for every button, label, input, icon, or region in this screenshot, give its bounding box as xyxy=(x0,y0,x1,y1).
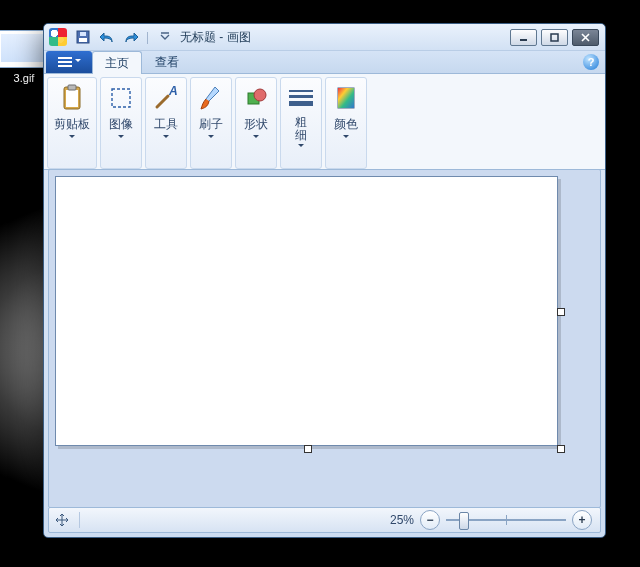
cursor-position-icon xyxy=(51,509,73,531)
svg-rect-12 xyxy=(289,90,313,92)
svg-rect-2 xyxy=(80,32,86,36)
canvas-area xyxy=(48,169,601,508)
chevron-down-icon xyxy=(343,135,349,141)
brush-icon xyxy=(197,84,225,112)
save-button[interactable] xyxy=(72,27,94,47)
svg-rect-1 xyxy=(79,38,87,42)
chevron-down-icon xyxy=(298,144,304,150)
canvas-viewport[interactable] xyxy=(49,170,600,507)
chevron-down-icon xyxy=(75,59,81,65)
slider-tick xyxy=(506,515,507,525)
window-title: 无标题 - 画图 xyxy=(176,29,510,46)
canvas[interactable] xyxy=(55,176,558,446)
group-brushes-label: 刷子 xyxy=(199,116,223,133)
svg-rect-6 xyxy=(66,90,78,107)
help-icon[interactable]: ? xyxy=(583,54,599,70)
group-colors-label: 颜色 xyxy=(334,116,358,133)
group-tools[interactable]: A 工具 xyxy=(145,77,187,169)
thickness-icon xyxy=(287,84,315,112)
tab-home-label: 主页 xyxy=(105,55,129,72)
group-tools-label: 工具 xyxy=(154,116,178,133)
titlebar[interactable]: │ 无标题 - 画图 xyxy=(44,24,605,51)
svg-rect-7 xyxy=(68,85,76,90)
group-clipboard[interactable]: 剪贴板 xyxy=(47,77,97,169)
svg-rect-3 xyxy=(520,39,527,41)
tab-home[interactable]: 主页 xyxy=(92,51,142,74)
close-button[interactable] xyxy=(572,29,599,46)
resize-handle-corner[interactable] xyxy=(557,445,565,453)
svg-point-11 xyxy=(254,89,266,101)
colors-icon xyxy=(332,84,360,112)
chevron-down-icon xyxy=(118,135,124,141)
paint-window: │ 无标题 - 画图 主页 查看 ? xyxy=(43,23,606,538)
zoom-label: 25% xyxy=(390,513,414,527)
group-thickness-label: 粗细 xyxy=(295,116,307,142)
chevron-down-icon xyxy=(253,135,259,141)
group-image-label: 图像 xyxy=(109,116,133,133)
zoom-controls: 25% − + xyxy=(390,510,592,530)
tools-icon: A xyxy=(152,84,180,112)
zoom-in-button[interactable]: + xyxy=(572,510,592,530)
svg-rect-13 xyxy=(289,95,313,98)
undo-button[interactable] xyxy=(96,27,118,47)
resize-handle-bottom[interactable] xyxy=(304,445,312,453)
group-clipboard-label: 剪贴板 xyxy=(54,116,90,133)
qat-separator: │ xyxy=(144,32,152,43)
qat-customize-button[interactable] xyxy=(154,27,176,47)
group-shapes-label: 形状 xyxy=(244,116,268,133)
ribbon: 剪贴板 图像 A 工具 刷子 xyxy=(44,74,605,170)
paint-app-icon xyxy=(49,28,67,46)
statusbar-separator xyxy=(79,512,80,528)
ribbon-tabs: 主页 查看 ? xyxy=(44,51,605,74)
maximize-button[interactable] xyxy=(541,29,568,46)
svg-rect-4 xyxy=(551,34,558,41)
clipboard-icon xyxy=(58,84,86,112)
statusbar: 25% − + xyxy=(48,507,601,533)
window-controls xyxy=(510,29,599,46)
svg-text:A: A xyxy=(168,85,178,98)
minimize-button[interactable] xyxy=(510,29,537,46)
svg-rect-14 xyxy=(289,101,313,106)
tab-view-label: 查看 xyxy=(155,54,179,71)
zoom-out-button[interactable]: − xyxy=(420,510,440,530)
svg-rect-16 xyxy=(338,88,354,108)
tab-view[interactable]: 查看 xyxy=(142,50,192,73)
selection-icon xyxy=(107,84,135,112)
desktop: 3.gif │ 无标题 - 画图 xyxy=(0,0,640,567)
resize-handle-right[interactable] xyxy=(557,308,565,316)
redo-button[interactable] xyxy=(120,27,142,47)
chevron-down-icon xyxy=(163,135,169,141)
menu-icon xyxy=(58,57,72,67)
shapes-icon xyxy=(242,84,270,112)
chevron-down-icon xyxy=(208,135,214,141)
group-brushes[interactable]: 刷子 xyxy=(190,77,232,169)
svg-rect-8 xyxy=(112,89,130,107)
group-image[interactable]: 图像 xyxy=(100,77,142,169)
group-thickness[interactable]: 粗细 xyxy=(280,77,322,169)
chevron-down-icon xyxy=(69,135,75,141)
group-shapes[interactable]: 形状 xyxy=(235,77,277,169)
group-colors[interactable]: 颜色 xyxy=(325,77,367,169)
quick-access-toolbar: │ xyxy=(72,27,176,47)
zoom-slider[interactable] xyxy=(446,513,566,527)
slider-thumb[interactable] xyxy=(459,512,469,530)
app-menu-button[interactable] xyxy=(46,51,92,73)
